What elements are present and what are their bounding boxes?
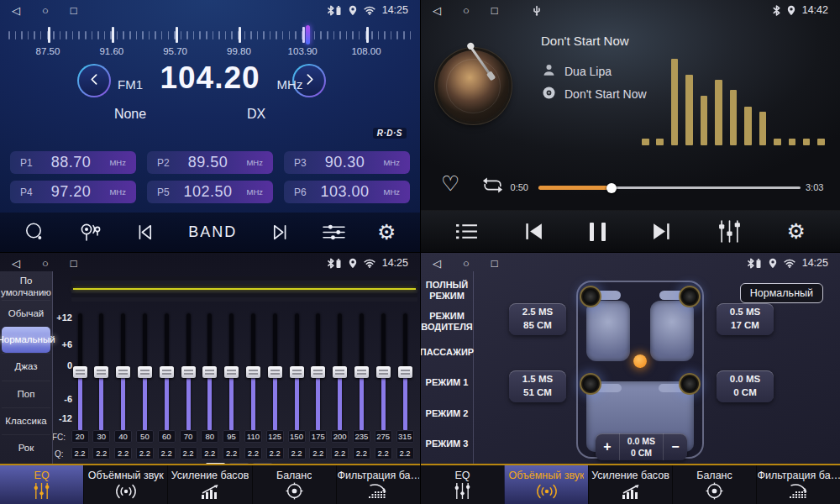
slider-knob[interactable] bbox=[311, 366, 325, 378]
tab-filter[interactable]: Фильтрация ба… bbox=[336, 465, 420, 504]
front-right-delay-button[interactable]: 0.5 MS 17 CM bbox=[717, 303, 774, 335]
settings-gear-icon[interactable]: ⚙ bbox=[787, 221, 806, 242]
q-value[interactable]: 2.2 bbox=[92, 447, 110, 459]
eq-preset-item[interactable]: Нормальный bbox=[2, 327, 50, 353]
eq-band-slider[interactable] bbox=[115, 313, 132, 431]
nav-recents-icon[interactable]: □ bbox=[71, 5, 77, 16]
eq-band-slider[interactable] bbox=[180, 313, 197, 431]
eq-band-slider[interactable] bbox=[353, 313, 370, 431]
nav-recents-icon[interactable]: □ bbox=[71, 258, 77, 269]
settings-gear-icon[interactable]: ⚙ bbox=[377, 222, 396, 243]
fc-value[interactable]: 40 bbox=[114, 430, 132, 443]
q-value[interactable]: 2.2 bbox=[266, 447, 284, 459]
q-value[interactable]: 2.2 bbox=[375, 447, 392, 459]
mode-item[interactable]: РЕЖИМ 3 bbox=[422, 429, 472, 460]
fc-value[interactable]: 70 bbox=[180, 430, 197, 443]
slider-knob[interactable] bbox=[160, 366, 174, 378]
eq-band-slider[interactable] bbox=[71, 313, 88, 431]
fc-value[interactable]: 275 bbox=[375, 430, 392, 443]
fc-value[interactable]: 315 bbox=[396, 430, 414, 443]
fc-value[interactable]: 30 bbox=[92, 430, 110, 443]
next-station-icon[interactable] bbox=[268, 222, 291, 243]
eq-preset-item[interactable]: По умолчанию bbox=[2, 274, 50, 300]
equalizer-icon[interactable] bbox=[717, 220, 742, 243]
mode-item[interactable]: РЕЖИМ ВОДИТЕЛЯ bbox=[422, 307, 472, 338]
tab-balance[interactable]: Баланс bbox=[252, 465, 336, 504]
q-value[interactable]: 2.2 bbox=[396, 447, 414, 459]
slider-knob[interactable] bbox=[398, 366, 412, 378]
q-value[interactable]: 2.2 bbox=[309, 447, 327, 459]
listener-position-dot[interactable] bbox=[633, 354, 647, 368]
front-right-speaker-icon[interactable] bbox=[679, 286, 701, 307]
fc-value[interactable]: 175 bbox=[309, 430, 327, 443]
eq-band-slider[interactable] bbox=[223, 313, 240, 431]
q-value[interactable]: 2.2 bbox=[288, 447, 306, 459]
tab-bass-boost[interactable]: Усиление басов bbox=[167, 465, 251, 504]
eq-preset-item[interactable]: Рок bbox=[2, 434, 50, 461]
fc-value[interactable]: 110 bbox=[244, 430, 262, 443]
slider-knob[interactable] bbox=[333, 366, 347, 378]
q-value[interactable]: 2.2 bbox=[331, 447, 349, 459]
eq-band-slider[interactable] bbox=[396, 313, 413, 431]
fc-value[interactable]: 235 bbox=[353, 430, 370, 443]
q-value[interactable]: 2.2 bbox=[353, 447, 370, 459]
radio-preset-p1[interactable]: P188.70MHz bbox=[10, 151, 136, 174]
eq-band-slider[interactable] bbox=[375, 313, 391, 431]
broadcast-icon[interactable] bbox=[77, 221, 103, 244]
q-value[interactable]: 2.2 bbox=[114, 447, 132, 459]
rear-left-delay-button[interactable]: 1.5 MS 51 CM bbox=[509, 370, 566, 402]
slider-knob[interactable] bbox=[116, 366, 130, 378]
nav-recents-icon[interactable]: □ bbox=[491, 258, 498, 269]
slider-knob[interactable] bbox=[268, 366, 282, 378]
tab-eq[interactable]: EQ bbox=[421, 465, 504, 504]
eq-band-slider[interactable] bbox=[158, 313, 175, 431]
pause-icon[interactable] bbox=[590, 223, 606, 241]
eq-band-slider[interactable] bbox=[202, 313, 218, 431]
eq-band-slider[interactable] bbox=[244, 313, 261, 431]
rear-right-speaker-icon[interactable] bbox=[679, 373, 701, 395]
nav-home-icon[interactable]: ○ bbox=[42, 258, 49, 269]
fc-value[interactable]: 125 bbox=[266, 430, 284, 443]
equalizer-icon[interactable] bbox=[322, 222, 346, 243]
radio-preset-p3[interactable]: P390.30MHz bbox=[284, 151, 410, 174]
mode-item[interactable]: ПАССАЖИР bbox=[422, 337, 472, 368]
fc-value[interactable]: 200 bbox=[331, 430, 349, 443]
tab-balance[interactable]: Баланс bbox=[672, 465, 756, 504]
fc-value[interactable]: 60 bbox=[158, 430, 176, 443]
q-value[interactable]: 2.2 bbox=[136, 447, 154, 459]
nav-home-icon[interactable]: ○ bbox=[42, 5, 49, 16]
nav-back-icon[interactable]: ◁ bbox=[12, 258, 20, 269]
q-value[interactable]: 2.2 bbox=[180, 447, 197, 459]
radio-preset-p4[interactable]: P497.20MHz bbox=[10, 181, 136, 203]
eq-band-slider[interactable] bbox=[93, 313, 110, 431]
q-value[interactable]: 2.2 bbox=[201, 447, 218, 459]
increase-delay-button[interactable]: + bbox=[596, 433, 619, 460]
rear-left-speaker-icon[interactable] bbox=[580, 373, 601, 395]
radio-preset-p6[interactable]: P6103.00MHz bbox=[284, 181, 410, 203]
progress-bar[interactable] bbox=[538, 186, 801, 189]
slider-knob[interactable] bbox=[181, 366, 196, 378]
nav-back-icon[interactable]: ◁ bbox=[12, 5, 20, 16]
tab-bass-boost[interactable]: Усиление басов bbox=[588, 465, 672, 504]
front-left-delay-button[interactable]: 2.5 MS 85 CM bbox=[509, 303, 566, 335]
mode-item[interactable]: РЕЖИМ 1 bbox=[422, 368, 472, 399]
band-button[interactable]: BAND bbox=[188, 223, 237, 241]
mode-item[interactable]: ПОЛНЫЙ РЕЖИМ bbox=[422, 276, 472, 307]
previous-station-icon[interactable] bbox=[134, 222, 157, 243]
eq-preset-item[interactable]: Обычай bbox=[2, 300, 50, 327]
eq-band-slider[interactable] bbox=[310, 313, 327, 431]
slider-knob[interactable] bbox=[376, 366, 391, 378]
fc-value[interactable]: 150 bbox=[288, 430, 306, 443]
slider-knob[interactable] bbox=[73, 366, 87, 378]
tab-eq[interactable]: EQ bbox=[0, 465, 83, 504]
rear-right-delay-button[interactable]: 0.0 MS 0 CM bbox=[717, 370, 774, 402]
tab-surround[interactable]: Объёмный звук bbox=[83, 465, 167, 504]
favorite-heart-icon[interactable]: ♡ bbox=[441, 171, 459, 196]
fc-value[interactable]: 50 bbox=[136, 430, 154, 443]
slider-knob[interactable] bbox=[94, 366, 108, 378]
nav-back-icon[interactable]: ◁ bbox=[433, 258, 441, 269]
tab-filter[interactable]: Фильтрация ба… bbox=[756, 465, 840, 504]
q-value[interactable]: 2.2 bbox=[244, 447, 262, 459]
playlist-icon[interactable] bbox=[455, 222, 478, 241]
slider-knob[interactable] bbox=[246, 366, 260, 378]
